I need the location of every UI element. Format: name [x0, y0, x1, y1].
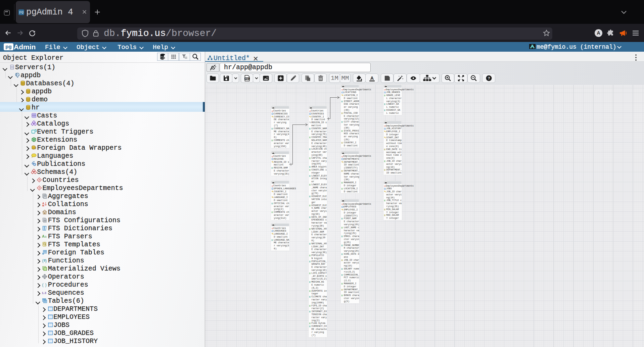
svg-text:(: (: [42, 258, 44, 263]
svg-text:A: A: [370, 76, 374, 81]
svg-text:?: ?: [488, 76, 490, 81]
svg-text:(: (: [42, 283, 44, 287]
svg-text:a: a: [45, 235, 47, 238]
svg-text:A: A: [42, 234, 45, 238]
svg-text:69: 69: [32, 114, 36, 117]
svg-text:1.3: 1.3: [42, 291, 46, 295]
svg-text:B: B: [42, 204, 44, 207]
svg-text:SQL: SQL: [245, 78, 249, 80]
svg-text:): ): [45, 283, 47, 287]
svg-text:): ): [45, 258, 47, 263]
